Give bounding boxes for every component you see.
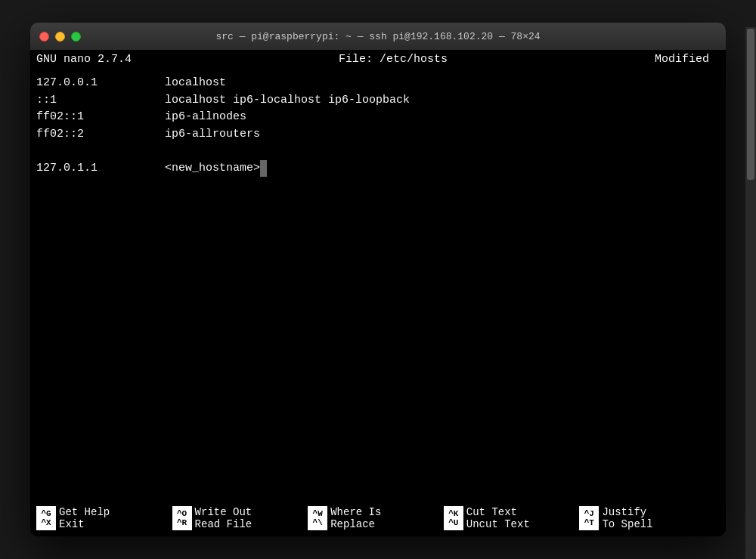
terminal-window: src — pi@raspberrypi: ~ — ssh pi@192.168… bbox=[30, 23, 726, 536]
editor-line-6: 127.0.1.1<new_hostname> bbox=[36, 160, 709, 178]
ip-6: 127.0.1.1 bbox=[36, 160, 165, 178]
ip-1: 127.0.0.1 bbox=[36, 75, 165, 92]
nano-file-label: File: /etc/hosts bbox=[339, 53, 448, 66]
traffic-lights bbox=[39, 32, 81, 42]
nano-footer: ^G ^X Get Help Exit ^O ^R bbox=[30, 500, 715, 536]
maximize-button[interactable] bbox=[71, 32, 81, 42]
empty-line-1 bbox=[36, 143, 709, 160]
footer-item-help[interactable]: ^G ^X Get Help Exit bbox=[33, 505, 169, 532]
nano-status: Modified bbox=[655, 53, 709, 66]
host-4: ip6-allrouters bbox=[165, 126, 260, 144]
ip-3: ff02::1 bbox=[36, 109, 165, 126]
footer-item-justify[interactable]: ^J ^T Justify To Spell bbox=[576, 505, 712, 532]
footer-item-cut[interactable]: ^K ^U Cut Text Uncut Text bbox=[441, 505, 577, 532]
window-title: src — pi@raspberrypi: ~ — ssh pi@192.168… bbox=[215, 31, 540, 42]
key-write-out: ^O ^R bbox=[172, 506, 192, 530]
footer-label-cut: Cut Text Uncut Text bbox=[466, 506, 530, 530]
close-button[interactable] bbox=[39, 32, 49, 42]
ip-4: ff02::2 bbox=[36, 126, 165, 144]
host-3: ip6-allnodes bbox=[165, 109, 246, 126]
footer-label-where: Where Is Replace bbox=[330, 506, 381, 530]
minimize-button[interactable] bbox=[55, 32, 65, 42]
nano-editor-container: GNU nano 2.7.4 File: /etc/hosts Modified… bbox=[30, 50, 726, 536]
key-get-help: ^G ^X bbox=[36, 506, 56, 530]
host-1: localhost bbox=[165, 75, 226, 92]
title-bar: src — pi@raspberrypi: ~ — ssh pi@192.168… bbox=[30, 23, 726, 50]
editor-line-2: ::1localhost ip6-localhost ip6-loopback bbox=[36, 92, 709, 110]
host-2: localhost ip6-localhost ip6-loopback bbox=[165, 92, 410, 110]
editor-line-4: ff02::2ip6-allrouters bbox=[36, 126, 709, 144]
footer-label-justify: Justify To Spell bbox=[602, 506, 652, 530]
editor-line-1: 127.0.0.1localhost bbox=[36, 75, 709, 92]
editor-content[interactable]: 127.0.0.1localhost ::1localhost ip6-loca… bbox=[30, 69, 715, 500]
cursor bbox=[260, 160, 267, 178]
key-justify: ^J ^T bbox=[579, 506, 599, 530]
nano-header: GNU nano 2.7.4 File: /etc/hosts Modified bbox=[30, 50, 715, 69]
footer-row-1: ^G ^X Get Help Exit ^O ^R bbox=[33, 505, 712, 532]
editor-line-3: ff02::1ip6-allnodes bbox=[36, 109, 709, 126]
ip-2: ::1 bbox=[36, 92, 165, 110]
footer-label-help: Get Help Exit bbox=[59, 506, 110, 530]
footer-label-write: Write Out Read File bbox=[195, 506, 253, 530]
host-6: <new_hostname> bbox=[165, 160, 260, 178]
key-where-is: ^W ^\ bbox=[308, 506, 327, 530]
footer-item-where[interactable]: ^W ^\ Where Is Replace bbox=[305, 505, 441, 532]
footer-item-write[interactable]: ^O ^R Write Out Read File bbox=[169, 505, 305, 532]
nano-version: GNU nano 2.7.4 bbox=[36, 53, 132, 66]
key-cut-text: ^K ^U bbox=[444, 506, 463, 530]
